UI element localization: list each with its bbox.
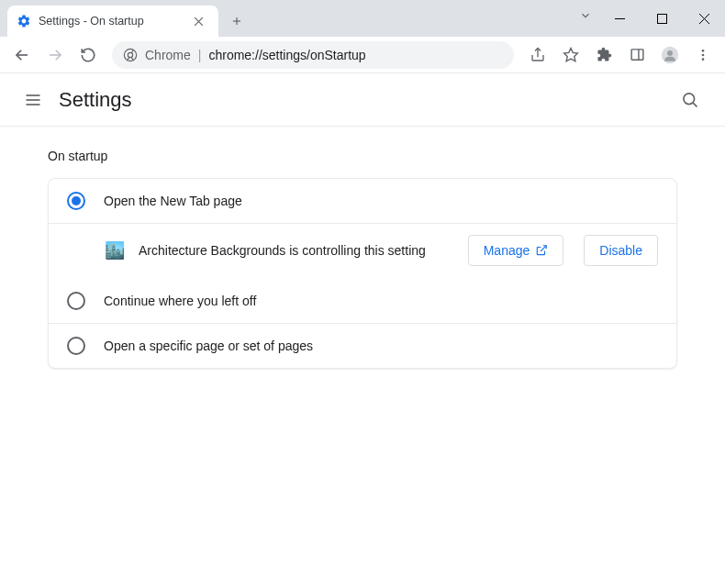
menu-button[interactable] <box>688 40 718 70</box>
omnibox[interactable]: Chrome | chrome://settings/onStartup <box>112 41 514 69</box>
svg-rect-17 <box>631 50 643 60</box>
share-button[interactable] <box>523 40 552 70</box>
section-title: On startup <box>48 149 677 163</box>
radio-button[interactable] <box>67 192 85 210</box>
tab-search-button[interactable] <box>579 9 592 22</box>
disable-label: Disable <box>599 243 642 258</box>
back-button[interactable] <box>7 40 37 70</box>
radio-label: Open the New Tab page <box>104 194 658 208</box>
settings-header: Settings <box>0 73 725 127</box>
svg-line-12 <box>131 50 133 52</box>
close-tab-button[interactable] <box>195 17 209 26</box>
extension-icon: 🏙️ <box>104 239 126 261</box>
svg-point-20 <box>667 50 673 56</box>
omnibox-url: chrome://settings/onStartup <box>208 48 365 62</box>
maximize-button[interactable] <box>641 0 683 37</box>
forward-button[interactable] <box>40 40 70 70</box>
svg-point-21 <box>702 50 705 52</box>
svg-point-22 <box>702 53 705 56</box>
omnibox-separator: | <box>198 48 202 62</box>
radio-option-specific-pages[interactable]: Open a specific page or set of pages <box>49 323 676 368</box>
side-panel-button[interactable] <box>622 40 652 70</box>
bookmark-button[interactable] <box>556 40 586 70</box>
radio-label: Open a specific page or set of pages <box>104 338 658 353</box>
search-button[interactable] <box>674 83 707 116</box>
svg-marker-16 <box>564 48 578 61</box>
svg-line-28 <box>693 103 697 106</box>
svg-rect-1 <box>657 14 666 23</box>
svg-line-13 <box>131 57 134 60</box>
browser-tab[interactable]: Settings - On startup <box>7 6 218 37</box>
reload-button[interactable] <box>73 40 103 70</box>
minimize-button[interactable] <box>598 0 641 37</box>
radio-label: Continue where you left off <box>104 294 658 308</box>
window-controls <box>598 0 725 37</box>
omnibox-origin: Chrome <box>145 48 191 62</box>
new-tab-button[interactable] <box>224 8 250 34</box>
extension-message: Architecture Backgrounds is controlling … <box>139 243 455 258</box>
chrome-icon <box>123 48 138 62</box>
manage-label: Manage <box>484 243 530 258</box>
tab-title: Settings - On startup <box>39 15 187 28</box>
profile-button[interactable] <box>655 40 685 70</box>
svg-point-11 <box>128 52 132 57</box>
startup-card: Open the New Tab page 🏙️ Architecture Ba… <box>48 178 677 369</box>
radio-option-new-tab[interactable]: Open the New Tab page <box>49 179 676 223</box>
gear-icon <box>17 14 31 28</box>
svg-point-23 <box>702 58 705 61</box>
hamburger-menu-button[interactable] <box>18 85 48 115</box>
page-title: Settings <box>59 88 674 112</box>
manage-button[interactable]: Manage <box>468 235 564 266</box>
external-link-icon <box>535 244 548 257</box>
extension-control-row: 🏙️ Architecture Backgrounds is controlli… <box>49 223 676 279</box>
radio-button[interactable] <box>67 292 85 310</box>
svg-point-27 <box>684 93 695 104</box>
extensions-button[interactable] <box>589 40 619 70</box>
settings-content: On startup Open the New Tab page 🏙️ Arch… <box>0 127 725 391</box>
radio-button[interactable] <box>67 337 85 355</box>
address-bar: Chrome | chrome://settings/onStartup <box>0 37 725 73</box>
disable-button[interactable]: Disable <box>584 235 658 266</box>
radio-option-continue[interactable]: Continue where you left off <box>49 279 676 323</box>
svg-point-10 <box>124 49 136 61</box>
svg-line-14 <box>127 57 129 60</box>
svg-line-29 <box>541 246 546 251</box>
close-window-button[interactable] <box>683 0 725 37</box>
